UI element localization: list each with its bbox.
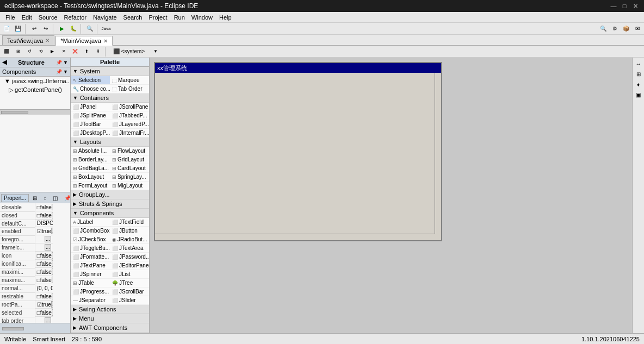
toolbar-icon-2[interactable]: ⚙: [609, 24, 620, 34]
prop-tab-2[interactable]: ⊞: [30, 194, 40, 202]
property-edit-btn[interactable]: ...: [45, 244, 51, 251]
palette-item-5-8[interactable]: ⬜JFormatte...: [71, 253, 110, 261]
palette-item-0-2[interactable]: 🔧Choose co...: [71, 85, 110, 93]
property-value[interactable]: ☑true...: [35, 227, 53, 235]
property-value[interactable]: □false...: [35, 260, 53, 268]
property-edit-btn[interactable]: ...: [45, 236, 51, 242]
palette-item-0-1[interactable]: ⬚Marquee: [110, 76, 149, 85]
palette-item-5-18[interactable]: —JSeparator: [71, 296, 110, 305]
palette-item-5-12[interactable]: ⬜JSpinner: [71, 270, 110, 279]
property-value[interactable]: □false...: [35, 292, 53, 301]
property-value[interactable]: ...: [35, 317, 53, 323]
palette-section-header-2[interactable]: ▼Layouts: [71, 137, 149, 147]
palette-item-2-5[interactable]: ⊞CardLayout: [110, 164, 149, 173]
search-button[interactable]: 🔍: [84, 24, 95, 34]
prop-tab-properties[interactable]: Propert...: [1, 194, 29, 202]
right-icon-3[interactable]: ♦: [634, 79, 643, 89]
palette-section-header-0[interactable]: ▼System: [71, 67, 149, 76]
toolbar-icon-4[interactable]: ✉: [632, 24, 643, 34]
tree-item-getcontentpane[interactable]: ▷ getContentPane(): [0, 85, 70, 95]
property-edit-btn[interactable]: ...: [52, 293, 53, 299]
designer-btn-9[interactable]: ⬇: [92, 47, 103, 57]
tab-mainview[interactable]: *MainView.java ✕: [55, 36, 112, 46]
designer-btn-8[interactable]: ⬆: [81, 47, 92, 57]
system-dropdown-arrow[interactable]: ▼: [150, 47, 161, 57]
palette-item-5-7[interactable]: ⬜JTextArea: [110, 244, 149, 253]
menu-search[interactable]: Search: [120, 13, 146, 22]
menu-project[interactable]: Project: [145, 13, 170, 22]
comp-icon-2[interactable]: ▼: [63, 69, 68, 74]
structure-pin-icon[interactable]: 📌: [56, 60, 62, 65]
menu-navigate[interactable]: Navigate: [90, 13, 120, 22]
run-button[interactable]: ▶: [57, 24, 67, 34]
palette-item-1-4[interactable]: ⬜JToolBar: [71, 120, 110, 129]
palette-item-5-2[interactable]: ⬜JComboBox: [71, 227, 110, 235]
save-button[interactable]: 💾: [13, 24, 23, 34]
property-value[interactable]: ...: [35, 243, 53, 252]
designer-btn-6[interactable]: ✕: [58, 47, 69, 57]
palette-item-2-3[interactable]: ⊞GridLayout: [110, 155, 149, 164]
palette-section-header-1[interactable]: ▼Containers: [71, 93, 149, 103]
menu-file[interactable]: File: [2, 13, 18, 22]
prop-tab-pin[interactable]: 📌: [61, 194, 70, 202]
menu-run[interactable]: Run: [171, 13, 188, 22]
designer-btn-3[interactable]: ↺: [24, 47, 35, 57]
minimize-button[interactable]: —: [609, 2, 618, 10]
property-edit-btn[interactable]: ...: [51, 301, 53, 308]
toolbar-icon-1[interactable]: 🔍: [598, 24, 609, 34]
palette-item-1-3[interactable]: ⬜JTabbedP...: [110, 111, 149, 120]
palette-item-5-1[interactable]: ⬜JTextField: [110, 218, 149, 227]
designer-btn-7[interactable]: ❌: [70, 47, 81, 57]
right-icon-2[interactable]: ⊞: [634, 69, 643, 79]
palette-item-2-4[interactable]: ⊞GridBagLa...: [71, 164, 110, 173]
structure-menu-icon[interactable]: ▼: [63, 60, 68, 65]
property-edit-btn[interactable]: ...: [51, 228, 53, 234]
designer-btn-5[interactable]: ▶: [47, 47, 58, 57]
property-value[interactable]: □false...: [35, 268, 53, 276]
property-value[interactable]: □false...: [35, 276, 53, 284]
palette-item-5-5[interactable]: ◉JRadioBut...: [110, 235, 149, 244]
redo-button[interactable]: ↪: [40, 24, 51, 34]
palette-item-5-0[interactable]: AJLabel: [71, 218, 110, 227]
menu-edit[interactable]: Edit: [18, 13, 35, 22]
property-edit-btn[interactable]: ...: [52, 277, 53, 283]
perspective-button[interactable]: Java: [101, 24, 112, 34]
debug-button[interactable]: 🐛: [68, 24, 79, 34]
palette-item-0-0[interactable]: ↖Selection: [71, 76, 110, 85]
toolbar-icon-3[interactable]: 📦: [621, 24, 631, 34]
design-window-content[interactable]: [155, 73, 441, 240]
design-scroll-vertical[interactable]: [435, 73, 441, 234]
property-edit-btn[interactable]: ...: [52, 309, 53, 316]
palette-section-header-7[interactable]: ▶Menu: [71, 314, 149, 323]
palette-section-header-6[interactable]: ▶Swing Actions: [71, 305, 149, 314]
palette-item-5-16[interactable]: ⬜JProgress...: [71, 287, 110, 296]
palette-item-5-4[interactable]: ☑JCheckBox: [71, 235, 110, 244]
palette-item-5-6[interactable]: ⬜JToggleBu...: [71, 244, 110, 253]
right-icon-4[interactable]: ▣: [634, 90, 643, 99]
system-dropdown[interactable]: ⬛ <system>: [111, 47, 149, 57]
menu-refactor[interactable]: Refactor: [61, 13, 90, 22]
palette-item-1-1[interactable]: ⬜JScrollPane: [110, 103, 149, 111]
palette-item-5-13[interactable]: ⬜JList: [110, 270, 149, 279]
palette-item-2-8[interactable]: ⊞FormLayout: [71, 182, 110, 190]
design-scroll-horizontal[interactable]: [155, 234, 435, 240]
property-value[interactable]: (0, 0, 0......: [35, 284, 53, 292]
new-button[interactable]: 📄: [1, 24, 12, 34]
menu-help[interactable]: Help: [216, 13, 235, 22]
property-edit-btn[interactable]: ...: [52, 212, 53, 218]
palette-item-5-10[interactable]: ⬜JTextPane: [71, 261, 110, 270]
close-button[interactable]: ✕: [631, 2, 640, 10]
tab-testview[interactable]: TestView.java ✕: [2, 35, 54, 45]
palette-section-header-5[interactable]: ▼Components: [71, 209, 149, 218]
palette-section-header-3[interactable]: ▶GroupLay...: [71, 190, 149, 199]
palette-item-5-9[interactable]: ⬜JPassword...: [110, 253, 149, 261]
property-value[interactable]: □false...: [35, 203, 53, 211]
palette-item-5-11[interactable]: ⬜JEditorPane: [110, 261, 149, 270]
palette-item-1-5[interactable]: ⬜JLayeredP...: [110, 120, 149, 129]
property-value[interactable]: □false...: [35, 252, 53, 260]
property-edit-btn[interactable]: ...: [52, 268, 53, 275]
designer-btn-4[interactable]: ⟲: [35, 47, 46, 57]
designer-btn-2[interactable]: ⊞: [13, 47, 23, 57]
palette-item-1-2[interactable]: ⬜JSplitPane: [71, 111, 110, 120]
menu-source[interactable]: Source: [35, 13, 61, 22]
